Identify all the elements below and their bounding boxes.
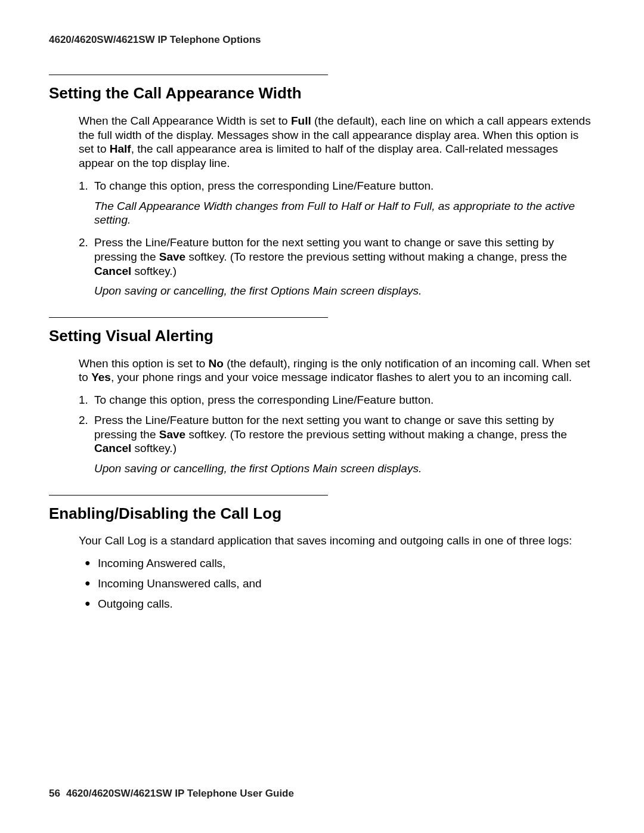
list-item: ● Outgoing calls. (85, 597, 595, 611)
section-intro: When this option is set to No (the defau… (79, 357, 595, 385)
text-bold: Cancel (94, 442, 131, 454)
text-bold: Save (159, 428, 185, 441)
text-bold: Cancel (94, 265, 131, 277)
section-heading: Enabling/Disabling the Call Log (49, 504, 595, 524)
list-text: To change this option, press the corresp… (94, 393, 595, 407)
step-result: Upon saving or cancelling, the first Opt… (94, 462, 595, 476)
list-item: 2. Press the Line/Feature button for the… (79, 236, 595, 278)
bullet-icon: ● (85, 597, 98, 610)
text-bold: Half (110, 143, 131, 155)
list-number: 1. (79, 179, 94, 193)
bullet-icon: ● (85, 556, 98, 569)
list-item: 1. To change this option, press the corr… (79, 393, 595, 407)
list-item: ● Incoming Unanswered calls, and (85, 577, 595, 591)
list-text: Outgoing calls. (98, 597, 595, 611)
text: When this option is set to (79, 357, 209, 370)
bullet-icon: ● (85, 577, 98, 590)
ordered-list: 1. To change this option, press the corr… (79, 393, 595, 476)
list-item: ● Incoming Answered calls, (85, 556, 595, 571)
document-page: 4620/4620SW/4621SW IP Telephone Options … (0, 0, 644, 833)
list-number: 2. (79, 413, 94, 456)
footer-title: 4620/4620SW/4621SW IP Telephone User Gui… (66, 788, 294, 799)
page-number: 56 (49, 788, 60, 799)
section-rule (49, 75, 328, 75)
step-result: Upon saving or cancelling, the first Opt… (94, 284, 595, 298)
text: , the call appearance area is limited to… (79, 143, 558, 169)
list-text: Press the Line/Feature button for the ne… (94, 236, 595, 278)
text-bold: Full (291, 114, 311, 127)
page-footer: 564620/4620SW/4621SW IP Telephone User G… (49, 787, 294, 800)
list-item: 1. To change this option, press the corr… (79, 179, 595, 193)
text-bold: No (209, 357, 224, 370)
text: softkey.) (131, 442, 177, 454)
list-item: 2. Press the Line/Feature button for the… (79, 413, 595, 456)
section-heading: Setting the Call Appearance Width (49, 83, 595, 103)
section-intro: Your Call Log is a standard application … (79, 534, 595, 548)
step-result: The Call Appearance Width changes from F… (94, 199, 595, 228)
ordered-list: 1. To change this option, press the corr… (79, 179, 595, 298)
list-text: Incoming Unanswered calls, and (98, 577, 595, 591)
list-number: 1. (79, 393, 94, 407)
section-call-appearance-width: Setting the Call Appearance Width When t… (49, 75, 595, 298)
section-intro: When the Call Appearance Width is set to… (79, 114, 595, 171)
section-rule (49, 317, 328, 318)
list-text: Press the Line/Feature button for the ne… (94, 413, 595, 456)
text: softkey.) (131, 265, 177, 277)
text: softkey. (To restore the previous settin… (185, 250, 567, 263)
text-bold: Save (159, 250, 185, 263)
text-bold: Yes (91, 371, 111, 383)
text: , your phone rings and your voice messag… (111, 371, 572, 383)
section-call-log: Enabling/Disabling the Call Log Your Cal… (49, 495, 595, 611)
text: When the Call Appearance Width is set to (79, 114, 291, 127)
list-text: To change this option, press the corresp… (94, 179, 595, 193)
running-header: 4620/4620SW/4621SW IP Telephone Options (49, 33, 595, 46)
list-number: 2. (79, 236, 94, 278)
section-heading: Setting Visual Alerting (49, 326, 595, 346)
list-text: Incoming Answered calls, (98, 556, 595, 571)
text: softkey. (To restore the previous settin… (185, 428, 567, 441)
section-rule (49, 495, 328, 496)
section-visual-alerting: Setting Visual Alerting When this option… (49, 317, 595, 476)
bullet-list: ● Incoming Answered calls, ● Incoming Un… (85, 556, 595, 611)
